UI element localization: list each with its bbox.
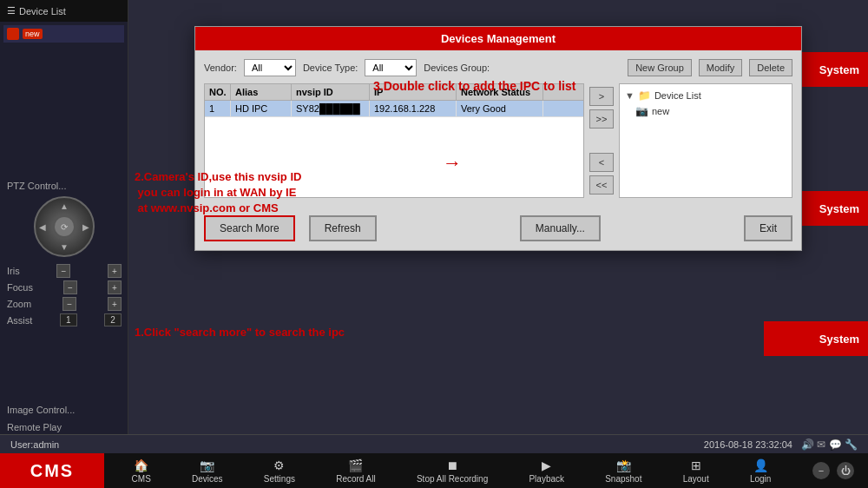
focus-row: Focus − +	[7, 280, 122, 294]
annotation-2-line1: 2.Camera's ID,use this nvsip ID	[135, 169, 301, 185]
iris-plus[interactable]: +	[108, 264, 122, 278]
zoom-minus[interactable]: −	[62, 297, 76, 311]
ptz-label[interactable]: PTZ Control...	[7, 181, 122, 191]
tree-expand-icon: ▼	[625, 90, 635, 101]
stop-recording-icon: ⏹	[444, 458, 461, 472]
ptz-circle[interactable]: ▲ ▼ ◀ ▶ ⟳	[34, 196, 95, 257]
sidebar-title: Device List	[19, 6, 66, 16]
refresh-button[interactable]: Refresh	[309, 215, 377, 241]
annotation-1-text: 1.Click "search more" to search the ipc	[135, 326, 345, 339]
assist-val1: 1	[60, 313, 77, 326]
taskbar-item-settings[interactable]: ⚙ Settings	[259, 457, 300, 485]
iris-label: Iris	[7, 266, 20, 276]
devices-group-label: Devices Group:	[424, 63, 490, 73]
th-no: NO.	[205, 84, 231, 100]
focus-plus[interactable]: +	[108, 280, 122, 294]
new-group-button[interactable]: New Group	[628, 59, 692, 76]
snapshot-icon: 📸	[615, 458, 632, 472]
ptz-up[interactable]: ▲	[60, 201, 69, 211]
search-more-button[interactable]: Search More	[204, 215, 295, 241]
camera-icon: 📷	[635, 105, 648, 117]
remote-play[interactable]: Remote Play	[0, 419, 128, 436]
device-icon	[7, 28, 19, 40]
focus-label: Focus	[7, 282, 33, 293]
modal-titlebar: Devices Management	[195, 27, 801, 50]
device-list-panel: ▼ 📁 Device List 📷 new	[619, 83, 792, 198]
taskbar-playback-label: Playback	[529, 474, 564, 484]
devices-management-modal: Devices Management Vendor: All Device Ty…	[194, 26, 802, 251]
taskbar-item-devices[interactable]: 📷 Devices	[187, 457, 228, 485]
ptz-section: PTZ Control... ▲ ▼ ◀ ▶ ⟳ Iris − + Focus …	[0, 174, 128, 336]
ptz-center-btn[interactable]: ⟳	[55, 217, 74, 236]
taskbar-stop-recording-label: Stop All Recording	[417, 474, 488, 484]
exit-button[interactable]: Exit	[744, 215, 792, 241]
sidebar-tree-item[interactable]: new	[3, 25, 124, 43]
annotation-3-text: 3.Double click to add the IPC to list	[373, 79, 575, 93]
new-badge: new	[23, 29, 43, 39]
taskbar-layout-label: Layout	[683, 474, 709, 484]
app-background: ☰ Device List new PTZ Control... ▲ ▼ ◀ ▶…	[0, 0, 868, 488]
td-ip: 192.168.1.228	[370, 101, 457, 116]
taskbar-item-layout[interactable]: ⊞ Layout	[678, 457, 714, 485]
delete-button[interactable]: Delete	[749, 59, 792, 76]
record-all-icon: 🎬	[347, 458, 365, 472]
assist-row: Assist 1 2	[7, 313, 122, 326]
device-list-label: Device List	[654, 90, 701, 101]
table-row[interactable]: 1 HD IPC SY82██████ 192.168.1.228 Very G…	[205, 101, 583, 117]
td-no: 1	[205, 101, 231, 116]
td-nvsip: SY82██████	[292, 101, 370, 116]
status-icons: 🔊 ✉ 💬 🔧	[801, 439, 858, 451]
taskbar-item-snapshot[interactable]: 📸 Snapshot	[600, 457, 647, 485]
vendor-select[interactable]: All	[244, 59, 296, 76]
right-tree-new-item[interactable]: 📷 new	[623, 103, 788, 119]
zoom-plus[interactable]: +	[108, 297, 122, 311]
taskbar-item-record-all[interactable]: 🎬 Record All	[331, 457, 381, 485]
zoom-label: Zoom	[7, 299, 31, 309]
device-type-label: Device Type:	[303, 63, 358, 73]
sidebar-tree: new	[0, 22, 128, 46]
focus-minus[interactable]: −	[63, 280, 77, 294]
taskbar-power-btn[interactable]: ⏻	[837, 462, 854, 479]
statusbar: User:admin 2016-08-18 23:32:04 🔊 ✉ 💬 🔧	[0, 434, 868, 453]
taskbar-right: − ⏻	[799, 453, 868, 488]
folder-icon: 📁	[638, 89, 651, 102]
right-tree-header: ▼ 📁 Device List	[623, 88, 788, 103]
device-type-select[interactable]: All	[365, 59, 417, 76]
modal-toolbar: Vendor: All Device Type: All Devices Gro…	[204, 59, 792, 76]
cms-icon: 🏠	[133, 458, 150, 472]
arrow-right-single[interactable]: >	[589, 87, 614, 106]
middle-arrows: > >> < <<	[584, 83, 619, 198]
sidebar-icon: ☰	[7, 5, 16, 16]
settings-icon: ⚙	[271, 458, 288, 472]
assist-label: Assist	[7, 315, 32, 326]
ptz-left[interactable]: ◀	[39, 222, 46, 232]
taskbar-item-cms[interactable]: 🏠 CMS	[127, 457, 156, 485]
ptz-down[interactable]: ▼	[60, 242, 69, 252]
ptz-right[interactable]: ▶	[82, 222, 89, 232]
modify-button[interactable]: Modify	[699, 59, 742, 76]
iris-minus[interactable]: −	[56, 264, 70, 278]
taskbar-item-login[interactable]: 👤 Login	[745, 457, 776, 485]
modal-title: Devices Management	[441, 32, 556, 45]
login-icon: 👤	[752, 458, 769, 472]
taskbar: CMS 🏠 CMS 📷 Devices ⚙ Settings 🎬 Record …	[0, 453, 868, 488]
arrow-right-double[interactable]: >>	[589, 109, 614, 129]
taskbar-devices-label: Devices	[192, 474, 223, 484]
annotation-2-line3: at www.nvsip.com or CMS	[135, 201, 301, 216]
devices-icon: 📷	[199, 458, 216, 472]
taskbar-item-playback[interactable]: ▶ Playback	[523, 457, 569, 485]
zoom-row: Zoom − +	[7, 297, 122, 311]
th-nvsip: nvsip ID	[292, 84, 370, 100]
image-control[interactable]: Image Control...	[0, 401, 128, 419]
manually-button[interactable]: Manually...	[520, 215, 601, 241]
taskbar-logo[interactable]: CMS	[0, 453, 104, 488]
ptz-center-icon: ⟳	[61, 222, 68, 232]
user-info: User:admin	[10, 439, 59, 450]
annotation-1: 1.Click "search more" to search the ipc	[135, 326, 345, 340]
sidebar: ☰ Device List new PTZ Control... ▲ ▼ ◀ ▶…	[0, 0, 128, 488]
taskbar-item-stop-recording[interactable]: ⏹ Stop All Recording	[411, 457, 493, 485]
taskbar-minus-btn[interactable]: −	[812, 462, 830, 479]
arrow-left-double[interactable]: <<	[589, 175, 614, 195]
td-alias: HD IPC	[231, 101, 292, 116]
arrow-left-single[interactable]: <	[589, 153, 614, 172]
